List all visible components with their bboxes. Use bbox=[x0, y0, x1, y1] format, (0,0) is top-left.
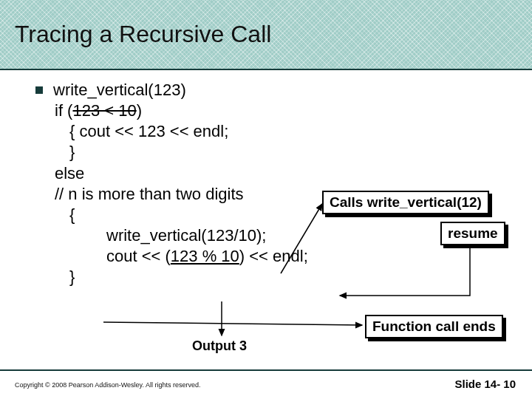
copyright-text: Copyright © 2008 Pearson Addison-Wesley.… bbox=[15, 381, 200, 389]
code-line-3: { cout << 123 << endl; bbox=[35, 121, 517, 142]
code-line-1: write_vertical(123) bbox=[53, 81, 186, 99]
code-line-9-underline: 123 % 10 bbox=[171, 247, 239, 265]
code-block: write_vertical(123) if (123 < 10) { cout… bbox=[35, 80, 517, 288]
code-line-4: } bbox=[35, 142, 517, 163]
code-line-2a: if ( bbox=[55, 101, 72, 120]
code-line-2b: ) bbox=[137, 101, 142, 120]
svg-line-1 bbox=[103, 322, 362, 325]
callout-resume: resume bbox=[440, 222, 505, 245]
footer-divider bbox=[0, 369, 532, 371]
bullet-icon bbox=[35, 86, 43, 94]
slide-number: Slide 14- 10 bbox=[454, 378, 516, 390]
callout-calls: Calls write_vertical(12) bbox=[322, 191, 489, 214]
code-line-2-strike: 123 < 10 bbox=[72, 101, 136, 120]
code-line-5: else bbox=[35, 163, 517, 184]
callout-ends: Function call ends bbox=[365, 315, 503, 338]
code-line-10: } bbox=[35, 267, 517, 287]
code-line-9a: cout << ( bbox=[106, 247, 171, 265]
code-line-9b: ) << endl; bbox=[239, 247, 308, 265]
slide-content: write_vertical(123) if (123 < 10) { cout… bbox=[35, 80, 517, 288]
output-label: Output 3 bbox=[192, 338, 247, 354]
header-band: Tracing a Recursive Call bbox=[0, 0, 532, 70]
slide-title: Tracing a Recursive Call bbox=[15, 21, 271, 48]
